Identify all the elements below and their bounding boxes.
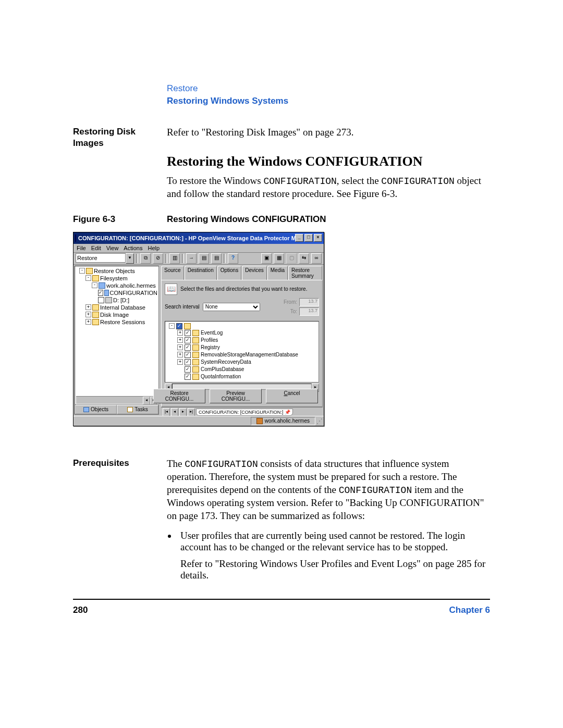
figure-label: Figure 6-3 (73, 214, 167, 225)
host-icon (256, 418, 263, 424)
tree-restore-sessions[interactable]: +Restore Sessions (76, 318, 157, 326)
page-number: 280 (73, 605, 88, 615)
search-interval-select[interactable]: None (203, 303, 260, 311)
menu-actions[interactable]: Actions (124, 245, 142, 251)
toolbar-icon-2[interactable]: ⊘ (153, 253, 163, 264)
toolbar-icon-1[interactable]: ⧉ (140, 253, 151, 264)
bullet-1: User profiles that are currently being u… (177, 530, 490, 553)
tab-restore-summary[interactable]: Restore Summary (288, 266, 322, 280)
section-heading: Restoring the Windows CONFIGURATION (167, 154, 490, 169)
tree-disk-image[interactable]: +Disk Image (76, 311, 157, 318)
maximize-button[interactable]: □ (304, 234, 313, 242)
help-icon[interactable]: ? (228, 253, 238, 264)
cancel-button[interactable]: Cancel (266, 389, 318, 403)
doc-nav-last[interactable]: ▸| (188, 408, 195, 416)
menu-file[interactable]: File (77, 245, 86, 251)
menu-edit[interactable]: Edit (91, 245, 101, 251)
toolbar-right-3[interactable]: ▢ (286, 253, 297, 264)
doc-tab[interactable]: CONFIGURATION: [CONFIGURATION:] 📌 (196, 409, 293, 416)
doc-nav-next[interactable]: ▸ (179, 408, 187, 416)
breadcrumb-section: Restoring Windows Systems (167, 96, 490, 106)
toolbar-right-1[interactable]: ▣ (261, 253, 272, 264)
margin-label-prerequisites: Prerequisites (73, 458, 157, 469)
toolbar-right-5[interactable]: ∞ (311, 253, 322, 264)
tree-host[interactable]: -work.aholic.hermes (76, 282, 157, 289)
tree-filesystem[interactable]: -Filesystem (76, 275, 157, 282)
para-prerequisites: The CONFIGURATION consists of data struc… (167, 458, 490, 523)
from-label: From: (284, 299, 297, 305)
para-restore-config: To restore the Windows CONFIGURATION, se… (167, 175, 490, 201)
info-text: Select the files and directories that yo… (180, 286, 307, 292)
ft-registry[interactable]: +✓Registry (167, 344, 317, 351)
hscroll-left[interactable]: ◂ (143, 397, 150, 405)
ft-sysrecovery[interactable]: +✓SystemRecoveryData (167, 359, 317, 366)
para-restoring-disk-images: Refer to "Restoring Disk Images" on page… (167, 126, 490, 139)
window-title: CONFIGURATION: [CONFIGURATION:] - HP Ope… (78, 235, 295, 241)
tab-media[interactable]: Media (267, 266, 288, 280)
tab-destination[interactable]: Destination (185, 266, 217, 280)
ft-complus[interactable]: ✓ComPlusDatabase (167, 366, 317, 373)
close-button[interactable]: × (314, 234, 322, 242)
preview-button[interactable]: Preview CONFIGU... (210, 389, 262, 403)
left-tab-objects[interactable]: Objects (75, 405, 117, 414)
book-icon: 📖 (165, 283, 177, 295)
to-label: To: (290, 309, 297, 314)
tree-internal-db[interactable]: +Internal Database (76, 304, 157, 311)
toolbar-right-4[interactable]: ⇆ (299, 253, 309, 264)
toolbar-icon-3[interactable]: ▥ (169, 253, 180, 264)
toolbar-icon-5[interactable]: ▤ (199, 253, 209, 264)
toolbar-icon-4[interactable]: → (186, 253, 197, 264)
results-pane: Source Destination Options Devices Media… (161, 266, 323, 415)
screenshot-window: CONFIGURATION: [CONFIGURATION:] - HP Ope… (73, 232, 324, 426)
minimize-button[interactable]: _ (295, 234, 303, 242)
ft-rsmdb[interactable]: +✓RemovableStorageManagementDatabase (167, 351, 317, 359)
status-host: work.aholic.hermes (251, 417, 315, 425)
from-value: 13.7 (299, 298, 319, 306)
context-combo-input[interactable] (76, 253, 126, 263)
tree-d-drive[interactable]: D: [D:] (76, 297, 157, 304)
chapter-link[interactable]: Chapter 6 (449, 605, 490, 615)
doc-nav-prev[interactable]: ◂ (171, 408, 178, 416)
search-interval-label: Search interval (165, 304, 200, 310)
left-tab-tasks[interactable]: Tasks (117, 405, 158, 414)
ft-root[interactable]: -✓ (167, 323, 317, 329)
menu-view[interactable]: View (106, 245, 119, 251)
file-tree: -✓ +✓EventLog +✓Profiles +✓Registry +✓Re… (165, 321, 319, 382)
margin-label-restoring-disk-images: Restoring Disk Images (73, 126, 157, 149)
doc-nav-first[interactable]: |◂ (163, 408, 170, 416)
resize-grip[interactable]: ⋰ (316, 417, 323, 425)
toolbar-right-2[interactable]: ▦ (274, 253, 284, 264)
ft-profiles[interactable]: +✓Profiles (167, 337, 317, 344)
pin-icon[interactable]: 📌 (285, 410, 290, 415)
chevron-down-icon[interactable]: ▼ (126, 253, 134, 264)
menu-bar: File Edit View Actions Help (74, 244, 324, 253)
scoping-pane: -Restore Objects -Filesystem -work.aholi… (75, 266, 159, 415)
tab-options[interactable]: Options (217, 266, 241, 280)
tree-restore-objects[interactable]: -Restore Objects (76, 267, 157, 275)
ft-eventlog[interactable]: +✓EventLog (167, 329, 317, 337)
breadcrumb-top: Restore (167, 83, 490, 94)
bullet-1-follow: Refer to "Restoring Windows User Profile… (180, 558, 490, 581)
toolbar: ▼ ⧉ ⊘ ▥ → ▤ ▤ ? ▣ ▦ ▢ ⇆ ∞ (74, 253, 324, 265)
footer-rule (73, 599, 490, 600)
app-icon (75, 235, 76, 242)
tab-devices[interactable]: Devices (242, 266, 267, 280)
tree-configuration[interactable]: ✓CONFIGURATION (76, 289, 157, 297)
tab-source[interactable]: Source (161, 266, 184, 280)
toolbar-icon-6[interactable]: ▤ (211, 253, 222, 264)
figure-caption: Restoring Windows CONFIGURATION (167, 214, 326, 225)
menu-help[interactable]: Help (148, 245, 160, 251)
context-combo[interactable]: ▼ (76, 253, 134, 264)
ft-quota[interactable]: ✓QuotaInformation (167, 373, 317, 380)
to-value: 13.7 (299, 307, 319, 316)
restore-button[interactable]: Restore CONFIGU... (153, 389, 205, 403)
